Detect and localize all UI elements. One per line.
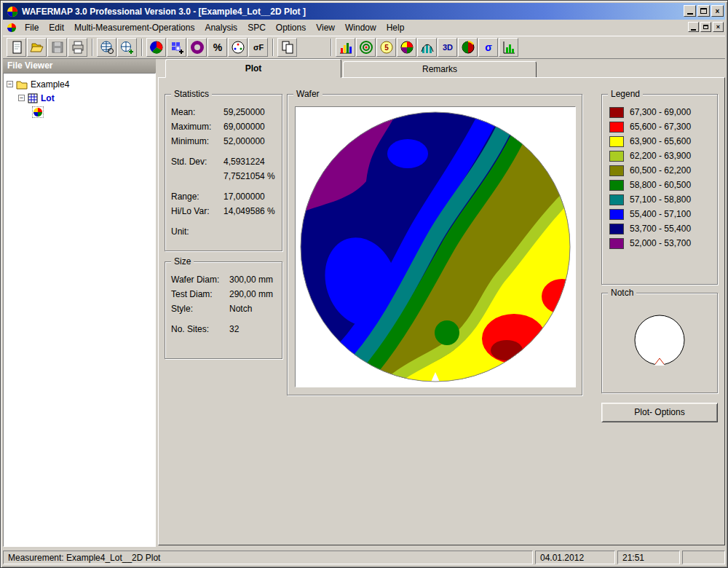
collapse-icon[interactable]: − xyxy=(7,81,13,87)
donut-chart-button[interactable] xyxy=(187,38,207,57)
tree-item-measurement[interactable] xyxy=(33,105,154,119)
minimize-button[interactable] xyxy=(684,5,696,17)
menu-edit[interactable]: Edit xyxy=(44,20,69,35)
menu-options[interactable]: Options xyxy=(271,20,311,35)
file-viewer-header: File Viewer xyxy=(3,59,156,73)
legend-swatch xyxy=(609,107,624,118)
size-value: Notch xyxy=(229,304,252,314)
pie-chart-icon xyxy=(400,40,414,55)
legend-range: 67,300 - 69,000 xyxy=(630,107,691,117)
legend-swatch xyxy=(609,194,624,205)
mdi-system-icon[interactable] xyxy=(7,23,17,33)
sites-button[interactable] xyxy=(228,38,248,57)
status-filler xyxy=(682,551,725,564)
legend-swatch xyxy=(609,165,624,176)
menu-spc[interactable]: SPC xyxy=(242,20,271,35)
stat-value: 59,250000 xyxy=(223,107,265,117)
stat-label: Minimum: xyxy=(171,136,223,146)
tree-label-lot: Lot xyxy=(41,93,55,103)
open-button[interactable] xyxy=(27,38,47,57)
histogram-button[interactable] xyxy=(336,38,355,57)
sphere-button[interactable] xyxy=(458,38,478,57)
color-wafer-icon xyxy=(149,40,164,55)
tab-plot[interactable]: Plot xyxy=(165,59,341,78)
legend-range: 53,700 - 55,400 xyxy=(630,224,691,234)
stat-label: Unit: xyxy=(171,226,223,237)
app-icon xyxy=(7,6,18,17)
stat-value: 14,049586 % xyxy=(223,206,275,216)
legend-entry: 63,900 - 65,600 xyxy=(602,134,717,149)
menu-view[interactable]: View xyxy=(311,20,340,35)
legend-entry: 58,800 - 60,500 xyxy=(602,178,717,192)
menu-help[interactable]: Help xyxy=(381,20,410,35)
stat-value: 69,000000 xyxy=(223,122,265,132)
plot-options-button[interactable]: Plot- Options xyxy=(601,403,718,422)
stat-value: 52,000000 xyxy=(223,136,265,146)
stat-label: Hi/Lo Var: xyxy=(171,206,223,216)
tree-item-lot[interactable]: − Lot xyxy=(18,91,154,105)
menu-analysis[interactable]: Analysis xyxy=(199,20,242,35)
close-button[interactable]: × xyxy=(711,5,724,17)
bar-chart-button[interactable] xyxy=(499,38,518,57)
legend-swatch xyxy=(609,151,624,162)
menu-multi-measurement-operations[interactable]: Multi-Measurement-Operations xyxy=(69,20,199,35)
sigma-f-button[interactable]: σF xyxy=(248,38,268,57)
color-wafer-button[interactable] xyxy=(146,38,166,57)
title-bar[interactable]: WAFERMAP 3.0 Professional Version 3.0 - … xyxy=(3,3,725,20)
copy-button[interactable] xyxy=(277,38,297,57)
target-icon xyxy=(359,40,373,55)
stat-value: 4,5931224 xyxy=(223,157,265,167)
die-add-icon xyxy=(170,40,184,55)
spc-circle-button[interactable]: 5 xyxy=(376,38,396,57)
mdi-minimize-button[interactable] xyxy=(688,22,699,32)
tree-item-example4[interactable]: − Example4 xyxy=(7,77,154,91)
wafer-title: Wafer xyxy=(293,89,323,99)
stat-label: Std. Dev: xyxy=(171,157,223,167)
collapse-icon[interactable]: − xyxy=(18,95,25,101)
legend-entry: 62,200 - 63,900 xyxy=(602,149,717,163)
sphere-icon xyxy=(461,40,475,55)
tab-remarks[interactable]: Remarks xyxy=(343,61,537,78)
notch-title: Notch xyxy=(608,288,636,298)
pie-chart-button[interactable] xyxy=(397,38,416,57)
size-groupbox: Size Wafer Diam:300,00 mm Test Diam:290,… xyxy=(165,261,282,359)
size-row-sites: No. Sites:32 xyxy=(165,322,282,336)
client-area: File Viewer − Example4 − Lot xyxy=(3,59,725,547)
target-button[interactable] xyxy=(356,38,376,57)
wafer-groupbox: Wafer xyxy=(287,94,582,395)
legend-entry: 55,400 - 57,100 xyxy=(602,207,717,221)
legend-title: Legend xyxy=(608,89,643,99)
die-add-button[interactable] xyxy=(167,38,186,57)
new-button[interactable] xyxy=(7,38,26,57)
3d-view-button[interactable]: 3D xyxy=(438,38,457,57)
legend-swatch xyxy=(609,180,624,191)
legend-range: 65,600 - 67,300 xyxy=(630,122,691,132)
distribution-button[interactable] xyxy=(417,38,437,57)
print-icon xyxy=(71,40,85,55)
svg-text:σF: σF xyxy=(253,43,264,52)
size-row-wafer-diam: Wafer Diam:300,00 mm xyxy=(165,272,282,287)
new-icon xyxy=(9,40,24,55)
legend-swatch xyxy=(609,209,624,220)
menu-window[interactable]: Window xyxy=(340,20,381,35)
menu-file[interactable]: File xyxy=(20,20,44,35)
mdi-close-button[interactable]: × xyxy=(713,22,724,32)
maximize-button[interactable] xyxy=(697,5,710,17)
toolbar-separator xyxy=(331,39,332,56)
save-button[interactable] xyxy=(47,38,67,57)
stat-label: Range: xyxy=(171,192,223,202)
statistics-groupbox: Statistics Mean:59,250000 Maximum:69,000… xyxy=(165,94,282,251)
wafer-add-button[interactable] xyxy=(117,38,137,57)
legend-range: 60,500 - 62,200 xyxy=(630,165,691,175)
wafer-select-button[interactable] xyxy=(97,38,116,57)
status-date: 04.01.2012 xyxy=(535,551,615,564)
size-label: No. Sites: xyxy=(171,324,229,334)
stat-row-mean: Mean:59,250000 xyxy=(165,105,282,119)
toolbar: % σF 5 3D σ xyxy=(3,36,725,59)
sigma-button[interactable]: σ xyxy=(478,38,498,57)
percent-button[interactable]: % xyxy=(207,38,227,57)
mdi-restore-button[interactable] xyxy=(700,22,711,32)
region-green-dot xyxy=(435,320,459,345)
print-button[interactable] xyxy=(68,38,87,57)
menu-bar: File Edit Multi-Measurement-Operations A… xyxy=(3,20,725,36)
